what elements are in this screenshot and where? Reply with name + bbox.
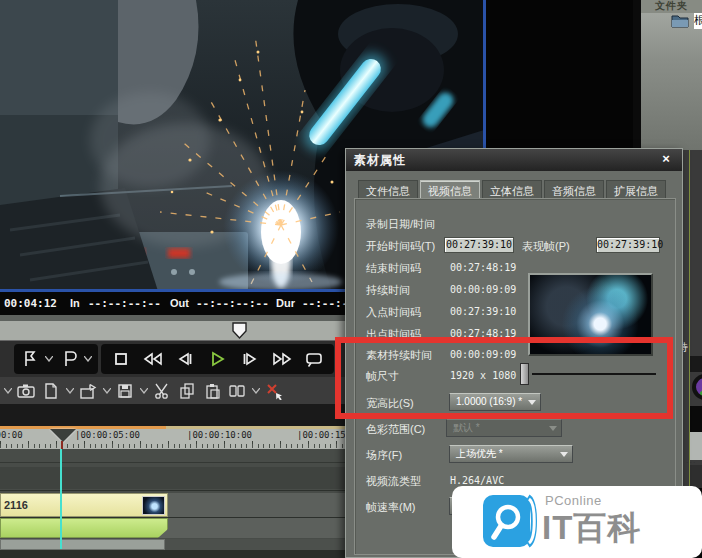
field-label: 开始时间码(T)	[366, 239, 435, 254]
out-value: --:--:--:--	[196, 297, 269, 310]
save-button[interactable]	[113, 380, 137, 402]
loop-playback-button[interactable]	[302, 347, 326, 371]
panel-tab-partial[interactable]: 特	[683, 340, 688, 355]
dropdown-value: 默认 *	[453, 422, 480, 433]
video-clip[interactable]: 2116	[0, 493, 168, 517]
field-value: 00:27:39:10	[450, 306, 516, 317]
save-dropdown-icon[interactable]	[138, 380, 149, 402]
export-dropdown-icon[interactable]	[101, 380, 112, 402]
set-out-point-button[interactable]	[57, 347, 80, 371]
ruler-label: |00:00:15:00	[297, 430, 346, 440]
tab-audio-info[interactable]: 音频信息	[544, 180, 604, 199]
ruler-label: |00:00:10:00	[187, 430, 252, 440]
scrubber-playhead[interactable]	[231, 322, 249, 340]
field-label: 入点时间码	[366, 305, 421, 320]
mixer-clip[interactable]	[0, 539, 165, 550]
timeline-tracks: 2116	[0, 449, 346, 558]
preview-status-bar: 00:04:12 In --:--:--:-- Out --:--:--:-- …	[0, 292, 346, 315]
in-label: In	[70, 297, 80, 309]
mixer-track-row[interactable]	[0, 539, 346, 550]
annotation-highlight-rectangle	[335, 337, 673, 419]
color-wheel-icon[interactable]	[692, 374, 702, 400]
field-value: H.264/AVC	[450, 475, 504, 486]
poster-frame-label: 表现帧(P)	[522, 239, 570, 254]
cut-button[interactable]	[150, 380, 174, 402]
ruler-label: |00:00:05:00	[75, 430, 140, 440]
start-timecode-field[interactable]: 00:27:39:10	[444, 237, 514, 253]
field-order-dropdown[interactable]: 上场优先 *	[449, 445, 573, 463]
rewind-button[interactable]	[141, 347, 165, 371]
stop-button[interactable]	[109, 347, 133, 371]
set-in-point-button[interactable]	[18, 347, 41, 371]
panel-divider	[633, 0, 641, 150]
close-icon[interactable]: ×	[658, 151, 674, 167]
new-sequence-button[interactable]	[39, 380, 63, 402]
tracks-bottom-edge	[0, 550, 346, 558]
magnifier-app-icon	[483, 493, 537, 549]
in-value: --:--:--:--	[88, 297, 161, 310]
playhead-line-ruler	[61, 441, 63, 449]
new-sequence-dropdown-icon[interactable]	[64, 380, 75, 402]
bin-panel-header: 文件夹	[641, 0, 702, 13]
toolbar-dropdown-icon[interactable]	[2, 380, 13, 402]
track-row-empty[interactable]	[0, 467, 346, 489]
tab-video-info[interactable]: 视频信息	[420, 180, 480, 199]
tab-extended-info[interactable]: 扩展信息	[606, 180, 666, 199]
previous-frame-button[interactable]	[173, 347, 197, 371]
field-label: 帧速率(M)	[366, 500, 416, 515]
dialog-titlebar[interactable]: 素材属性 ×	[346, 149, 682, 171]
duplicate-button[interactable]	[225, 380, 249, 402]
out-label: Out	[170, 297, 189, 309]
tab-stereo-info[interactable]: 立体信息	[482, 180, 542, 199]
dialog-title: 素材属性	[354, 152, 406, 169]
chevron-down-icon	[549, 426, 557, 431]
delete-button[interactable]	[262, 380, 286, 402]
dialog-tab-bar: 文件信息 视频信息 立体信息 音频信息 扩展信息	[358, 180, 666, 199]
duplicate-dropdown-icon[interactable]	[250, 380, 261, 402]
tab-file-info[interactable]: 文件信息	[358, 180, 418, 199]
clip-thumbnail	[142, 496, 165, 515]
timeline-header-strip	[0, 404, 346, 426]
poster-frame-field[interactable]: 00:27:39:10	[596, 237, 660, 253]
field-label: 持续时间	[366, 283, 410, 298]
in-point-dropdown-icon[interactable]	[43, 347, 55, 371]
audio-clip[interactable]	[0, 518, 168, 538]
watermark-badge: PConline IT百科	[452, 486, 702, 558]
dropdown-value: 上场优先 *	[456, 448, 503, 459]
field-label: 场序(F)	[366, 448, 402, 463]
copy-button[interactable]	[175, 380, 199, 402]
field-value: 00:00:09:09	[450, 284, 516, 295]
playhead-line-tracks	[60, 449, 62, 549]
ruler-label: 00:00:00:00	[0, 430, 23, 440]
ruler-ticks	[0, 444, 346, 448]
app-window: 文件夹 根 00:04:12 In --:--:--:-- Out --:--:…	[0, 0, 702, 558]
transport-button-group	[101, 344, 334, 374]
paste-button[interactable]	[200, 380, 224, 402]
capture-camera-button[interactable]	[14, 380, 38, 402]
export-button[interactable]	[76, 380, 100, 402]
effects-panel-edge: 特 ...	[683, 150, 702, 488]
fast-forward-button[interactable]	[270, 347, 294, 371]
field-label: 结束时间码	[366, 261, 421, 276]
preview-letterbox	[486, 0, 633, 150]
dur-label: Dur	[276, 297, 295, 309]
transport-bar	[0, 341, 346, 377]
color-range-dropdown: 默认 *	[446, 419, 562, 437]
watermark-title: IT百科	[542, 506, 641, 551]
video-track-row[interactable]: 2116	[0, 493, 346, 517]
field-label: 录制日期/时间	[366, 217, 435, 232]
bin-root-label[interactable]: 根	[694, 13, 702, 29]
panel-icon-strip	[690, 356, 702, 372]
more-dots: ...	[686, 455, 697, 465]
play-button[interactable]	[205, 347, 229, 371]
folder-icon	[671, 13, 689, 28]
field-label: 色彩范围(C)	[366, 422, 425, 437]
panel-dark-area2	[690, 465, 702, 488]
out-point-dropdown-icon[interactable]	[82, 347, 94, 371]
marker-button-group	[14, 344, 98, 374]
field-value: 00:27:48:19	[450, 262, 516, 273]
timeline-playhead[interactable]	[50, 429, 76, 442]
preview-scrubber[interactable]	[0, 321, 346, 341]
audio-track-row[interactable]	[0, 518, 346, 538]
next-frame-button[interactable]	[238, 347, 262, 371]
